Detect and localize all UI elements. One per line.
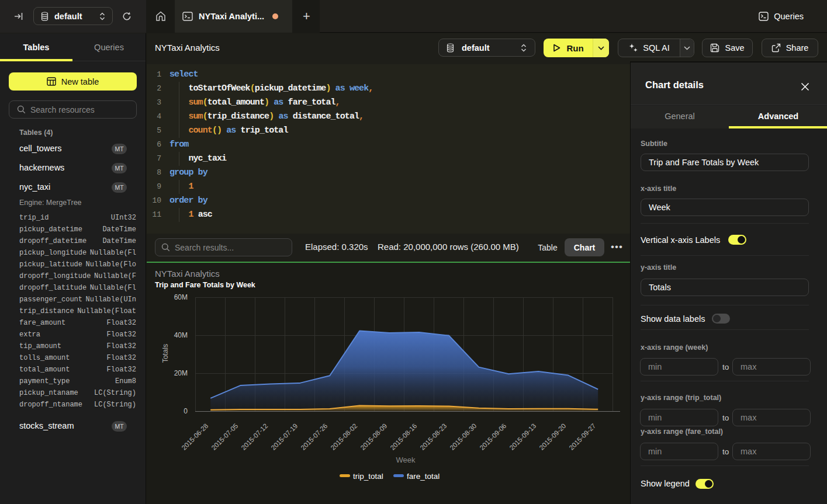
svg-text:2015-09-20: 2015-09-20 [538, 422, 567, 451]
svg-text:2015-07-19: 2015-07-19 [269, 422, 299, 451]
svg-text:2015-07-05: 2015-07-05 [210, 422, 239, 451]
svg-text:60M: 60M [174, 293, 188, 301]
svg-text:2015-07-26: 2015-07-26 [299, 422, 328, 451]
svg-text:Week: Week [396, 456, 416, 464]
svg-text:2015-08-09: 2015-08-09 [359, 422, 388, 451]
svg-text:20M: 20M [174, 369, 188, 377]
svg-text:Trip and Fare Totals by Week: Trip and Fare Totals by Week [155, 281, 255, 289]
svg-text:2015-08-16: 2015-08-16 [389, 422, 418, 451]
svg-text:2015-09-27: 2015-09-27 [568, 422, 597, 451]
svg-text:0: 0 [184, 407, 188, 415]
svg-text:Totals: Totals [161, 344, 169, 363]
svg-text:fare_total: fare_total [407, 472, 440, 481]
svg-text:trip_total: trip_total [353, 472, 383, 481]
svg-text:2015-06-28: 2015-06-28 [180, 422, 209, 451]
svg-text:2015-09-06: 2015-09-06 [478, 422, 507, 451]
svg-text:NYTaxi Analytics: NYTaxi Analytics [155, 269, 220, 279]
svg-text:2015-07-12: 2015-07-12 [240, 422, 269, 451]
svg-text:2015-08-30: 2015-08-30 [448, 422, 477, 451]
svg-text:2015-08-23: 2015-08-23 [418, 422, 448, 451]
svg-text:2015-08-02: 2015-08-02 [329, 422, 358, 451]
svg-text:2015-09-13: 2015-09-13 [508, 422, 537, 451]
svg-text:40M: 40M [174, 331, 188, 339]
